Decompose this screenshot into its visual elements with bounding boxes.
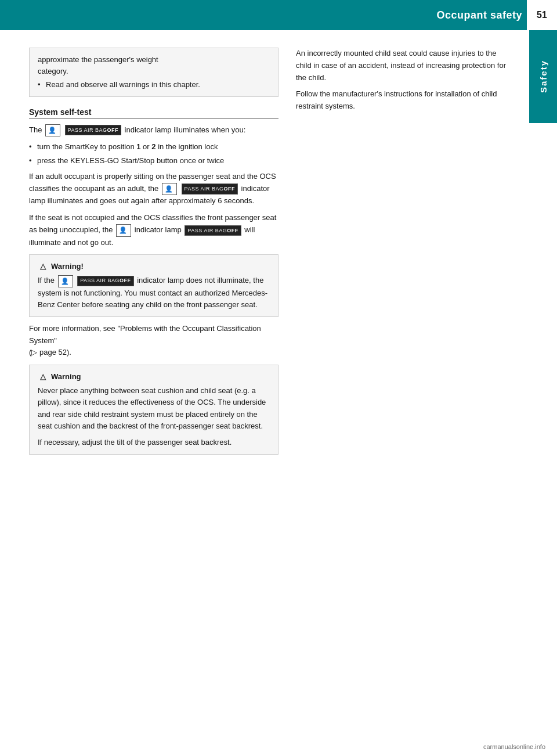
bullet-item-2: press the KEYLESS-GO Start/Stop button o… [29,155,278,167]
warning2-para2: If necessary, adjust the tilt of the pas… [38,437,270,448]
pass-air-badge-3: PASS AIR BAG OFF [185,225,241,236]
warning-triangle-icon-2: △ [38,371,48,381]
section-title: System self-test [29,107,278,118]
right-para1: An incorrectly mounted child seat could … [296,48,511,84]
pass-air-badge-2: PASS AIR BAG OFF [182,183,238,194]
warning-body-2: Never place anything between seat cushio… [38,385,270,448]
footer-logo: carmanualsonline.info [483,743,545,750]
header-title: Occupant safety [436,9,522,21]
bullet-list: turn the SmartKey to position 1 or 2 in … [29,141,278,166]
intro-bullet1: Read and observe all warnings in this ch… [38,79,270,91]
warning-label-1: Warning! [51,262,84,271]
person-icon-4: 👤 [61,276,69,286]
intro-box: approximate the passenger's weightcatego… [29,48,278,97]
intro-line1: approximate the passenger's weightcatego… [38,55,158,75]
bullet-item-1: turn the SmartKey to position 1 or 2 in … [29,141,278,153]
pass-air-badge-1: PASS AIR BAG OFF [65,125,121,135]
indicator-badge-3: 👤 [116,224,131,237]
page-number: 51 [527,0,557,30]
para1: The 👤 PASS AIR BAG OFF indicator lamp il… [29,124,278,137]
para4: For more information, see "Problems with… [29,323,278,359]
warning-box-1: △ Warning! If the 👤 PASS AIR BAG OFF ind… [29,254,278,316]
header-bar: Occupant safety 51 [0,0,557,30]
warning-body-1: If the 👤 PASS AIR BAG OFF indicator lamp… [38,275,270,310]
chapter-tab: Safety [529,30,557,123]
left-column: approximate the passenger's weightcatego… [29,48,278,460]
person-icon-2: 👤 [165,184,173,195]
footer: carmanualsonline.info [0,743,557,750]
warning2-para1: Never place anything between seat cushio… [38,385,270,432]
warning-triangle-icon-1: △ [38,261,48,271]
right-column: An incorrectly mounted child seat could … [296,48,545,460]
para2: If an adult occupant is properly sitting… [29,171,278,207]
pass-air-badge-4: PASS AIR BAG OFF [77,276,133,286]
indicator-badge-2: 👤 [162,183,177,196]
indicator-badge-4: 👤 [58,275,73,287]
person-icon: 👤 [48,125,56,136]
chapter-tab-label: Safety [538,60,548,93]
main-content: approximate the passenger's weightcatego… [0,30,557,472]
indicator-badge-1: 👤 [45,124,60,137]
warning-label-2: Warning [51,372,81,381]
warning-title-2: △ Warning [38,371,270,381]
warning-box-2: △ Warning Never place anything between s… [29,365,278,455]
para3: If the seat is not occupied and the OCS … [29,212,278,249]
person-icon-3: 👤 [119,225,127,236]
right-para2: Follow the manufacturer's instructions f… [296,88,511,113]
warning-title-1: △ Warning! [38,261,270,271]
